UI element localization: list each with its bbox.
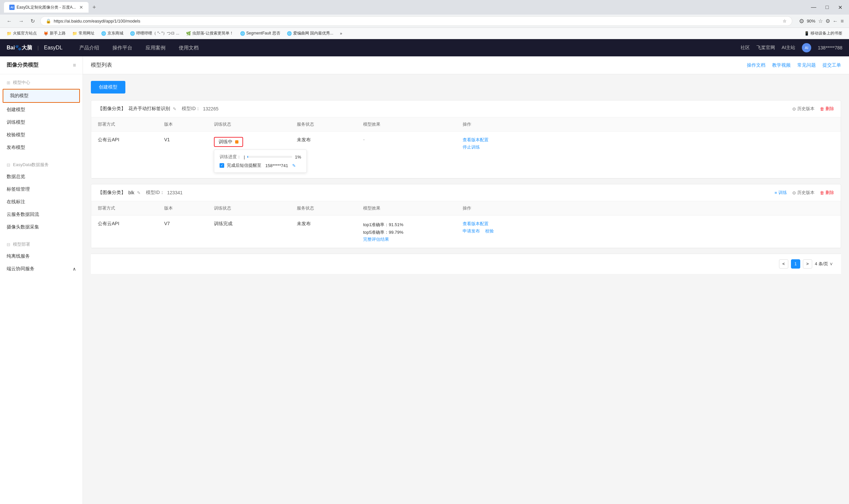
nav-cases[interactable]: 应用案例	[139, 39, 172, 56]
model-1-delete-btn[interactable]: 🗑 删除	[820, 106, 834, 112]
verify-link[interactable]: 校验	[485, 228, 494, 234]
row2-service-status: 未发布	[297, 221, 363, 227]
address-icons: ☆	[783, 19, 787, 23]
link-tutorial-video[interactable]: 教学视频	[772, 62, 791, 68]
sidebar-item-create-model[interactable]: 创建模型	[0, 104, 83, 116]
new-tab-btn[interactable]: +	[90, 3, 99, 12]
sidebar-item-camera-capture[interactable]: 摄像头数据采集	[0, 221, 83, 233]
sidebar-section-model-center-title: ⊞ 模型中心	[0, 77, 83, 88]
page-1-btn[interactable]: 1	[791, 259, 800, 269]
bookmark-item[interactable]: 🦊 新手上路	[41, 29, 68, 37]
content-body: 创建模型 【图像分类】 花卉手动打标签识别 ✎ 模型ID： 132265 ⊙ 历…	[83, 74, 849, 281]
sidebar-section-model-center: ⊞ 模型中心 我的模型 创建模型 训练模型 校验模型 发布模型	[0, 74, 83, 157]
mobile-bookmarks[interactable]: 📱 移动设备上的书签	[801, 29, 845, 37]
training-dot	[235, 140, 238, 144]
model-card-2-title: 【图像分类】 blk ✎ 模型ID： 123341	[98, 190, 183, 196]
sidebar-item-my-models[interactable]: 我的模型	[3, 89, 80, 103]
model-2-train-btn[interactable]: ≡ 训练	[774, 190, 787, 196]
history-icon: ⊙	[792, 106, 796, 111]
collapse-btn[interactable]: ≡	[73, 62, 76, 68]
bookmark-item[interactable]: 🌐 京东商城	[98, 29, 126, 37]
row1-train-status: 训练中 训练进度： |	[214, 137, 297, 173]
next-page-btn[interactable]: >	[803, 259, 812, 269]
col-train-status: 训练状态	[214, 121, 297, 127]
user-name[interactable]: 138*****788	[818, 45, 842, 50]
more-bookmarks[interactable]: »	[337, 30, 345, 37]
sidebar-item-verify-model[interactable]: 校验模型	[0, 129, 83, 141]
notify-checkbox[interactable]: ✓	[219, 163, 224, 168]
notify-row: ✓ 完成后短信提醒至 158*****741 ✎	[219, 162, 301, 168]
page-size-dropdown-icon: ∨	[829, 261, 833, 266]
model-2-history-btn[interactable]: ⊙ 历史版本	[792, 190, 814, 196]
sidebar-item-offline-service[interactable]: 纯离线服务	[0, 250, 83, 263]
model-2-row-1: 公有云API V7 训练完成 未发布 top1准确率：91.51% top5准确…	[91, 216, 841, 248]
sidebar-item-cloud-data[interactable]: 云服务数据回流	[0, 208, 83, 221]
nav-ai[interactable]: AI主站	[782, 45, 795, 51]
page-size-selector[interactable]: 4 条/页 ∨	[815, 261, 833, 267]
col-ops: 操作	[463, 121, 834, 127]
effect-top1: top1准确率：91.51%	[363, 221, 463, 229]
training-status-badge: 训练中	[214, 137, 243, 147]
model-card-2-header: 【图像分类】 blk ✎ 模型ID： 123341 ≡ 训练 ⊙ 历史	[91, 184, 841, 201]
notify-edit-icon[interactable]: ✎	[292, 163, 296, 168]
model-1-history-btn[interactable]: ⊙ 历史版本	[792, 106, 814, 112]
apply-publish-link[interactable]: 申请发布	[463, 228, 480, 234]
training-tooltip: 训练进度： | 1% ✓ 完成后短信提醒至	[214, 149, 307, 173]
row1-deploy: 公有云API	[98, 137, 164, 143]
col-version: 版本	[164, 121, 214, 127]
link-operation-docs[interactable]: 操作文档	[747, 62, 765, 68]
nav-platform[interactable]: 操作平台	[106, 39, 139, 56]
bookmark-item[interactable]: 🌐 爱编曲网 国内最优秀...	[284, 29, 336, 37]
model-card-1-title: 【图像分类】 花卉手动打标签识别 ✎ 模型ID： 132265	[98, 106, 219, 112]
sidebar-item-train-model[interactable]: 训练模型	[0, 116, 83, 129]
sidebar-item-publish-model[interactable]: 发布模型	[0, 141, 83, 154]
progress-row: 训练进度： | 1%	[219, 154, 301, 160]
active-tab[interactable]: AI EasyDL定制化图像分类 - 百度A... ✕	[4, 2, 89, 13]
address-input[interactable]: 🔒 https://ai.baidu.com/easydl/app/1/100/…	[40, 16, 792, 26]
bookmark-item[interactable]: 📁 火狐官方站点	[4, 29, 39, 37]
row2-ops: 查看版本配置 申请发布 校验	[463, 221, 834, 235]
nav-community[interactable]: 社区	[741, 45, 750, 51]
nav-docs[interactable]: 使用文档	[172, 39, 205, 56]
refresh-btn[interactable]: ↻	[29, 17, 36, 25]
create-model-btn[interactable]: 创建模型	[91, 81, 125, 93]
nav-paddle[interactable]: 飞桨官网	[757, 45, 775, 51]
row2-train-status: 训练完成	[214, 221, 297, 227]
model-1-edit-icon[interactable]: ✎	[173, 106, 177, 111]
forward-btn[interactable]: →	[17, 17, 25, 25]
full-eval-link[interactable]: 完整评估结果	[363, 237, 389, 242]
model-2-edit-icon[interactable]: ✎	[137, 190, 141, 195]
sidebar-item-data-overview[interactable]: 数据总览	[0, 170, 83, 183]
prev-page-btn[interactable]: <	[779, 259, 788, 269]
row2-version: V7	[164, 221, 214, 226]
bookmark-item[interactable]: 🌿 虫部落-让搜索更简单！	[183, 29, 236, 37]
sidebar-item-online-label[interactable]: 在线标注	[0, 196, 83, 208]
model-1-tag: 【图像分类】	[98, 106, 126, 112]
link-faq[interactable]: 常见问题	[797, 62, 816, 68]
stop-train-link[interactable]: 停止训练	[463, 144, 834, 150]
model-2-id-label: 模型ID：	[146, 190, 164, 196]
maximize-btn[interactable]: □	[823, 3, 831, 12]
train-icon: ≡	[774, 190, 777, 195]
model-card-2-actions: ≡ 训练 ⊙ 历史版本 🗑 删除	[774, 190, 834, 196]
minimize-btn[interactable]: —	[808, 3, 819, 12]
link-submit-ticket[interactable]: 提交工单	[823, 62, 841, 68]
model-2-delete-btn[interactable]: 🗑 删除	[820, 190, 834, 196]
sidebar-item-edge-service[interactable]: 端云协同服务 ∧	[0, 263, 83, 275]
back-btn[interactable]: ←	[5, 17, 13, 25]
bookmark-item[interactable]: 🌐 SegmentFault 思否	[237, 29, 283, 37]
model-card-2: 【图像分类】 blk ✎ 模型ID： 123341 ≡ 训练 ⊙ 历史	[91, 184, 841, 248]
tab-close-btn[interactable]: ✕	[79, 5, 83, 10]
tab-favicon: AI	[9, 5, 15, 10]
row2-deploy: 公有云API	[98, 221, 164, 227]
col-model-effect: 模型效果	[363, 121, 463, 127]
nav-product[interactable]: 产品介绍	[73, 39, 106, 56]
bookmark-item[interactable]: 📁 常用网址	[70, 29, 97, 37]
view-version-config-link-2[interactable]: 查看版本配置	[463, 221, 834, 227]
bookmark-item[interactable]: 🌐 哔哩哔哩（ °- °）つロ ...	[127, 29, 182, 37]
close-btn[interactable]: ✕	[835, 3, 845, 12]
sidebar-item-label-group[interactable]: 标签组管理	[0, 183, 83, 196]
pagination: < 1 > 4 条/页 ∨	[91, 254, 841, 274]
view-version-config-link-1[interactable]: 查看版本配置	[463, 137, 834, 143]
logo-baidu: Bai🐾大脑	[7, 44, 32, 51]
